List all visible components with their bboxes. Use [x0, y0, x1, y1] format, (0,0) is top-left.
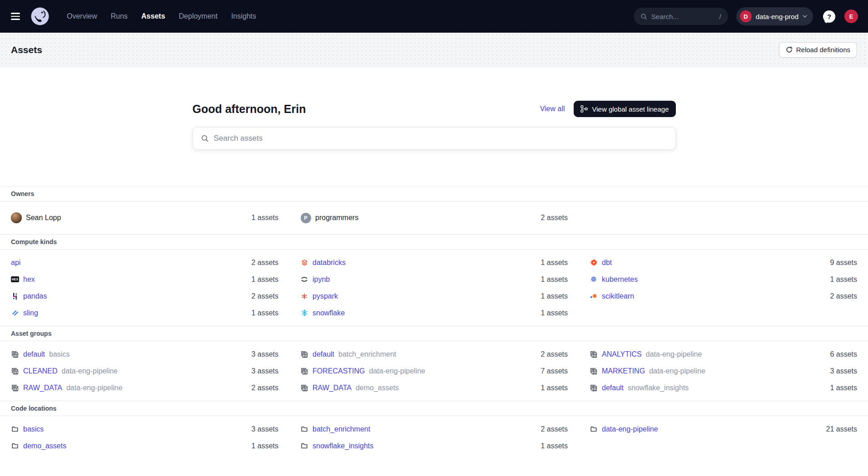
compute-kind-row: ☸kubernetes1 assets [590, 271, 857, 288]
asset-group-row: RAW_DATA demo_assets1 assets [300, 379, 568, 396]
asset-group-link[interactable]: ANALYTICS [602, 350, 642, 358]
view-global-asset-lineage-button[interactable]: View global asset lineage [574, 101, 675, 117]
search-icon [640, 13, 647, 20]
asset-count: 1 assets [251, 275, 278, 284]
compute-kind-link[interactable]: hex [23, 275, 35, 284]
nav-item-assets[interactable]: Assets [135, 9, 171, 24]
asset-count: 1 assets [251, 214, 278, 222]
asset-group-link[interactable]: RAW_DATA [312, 384, 352, 392]
asset-group-icon [300, 368, 308, 375]
nav-item-runs[interactable]: Runs [105, 9, 134, 24]
hex-icon: HEX [11, 276, 19, 282]
asset-count: 2 assets [541, 425, 568, 433]
asset-count: 6 assets [830, 350, 857, 358]
asset-group-icon [11, 368, 19, 375]
asset-search-box[interactable] [193, 127, 676, 150]
nav-item-insights[interactable]: Insights [225, 9, 262, 24]
compute-kind-link[interactable]: pandas [23, 292, 47, 300]
asset-group-link[interactable]: FORECASTING [312, 367, 365, 375]
folder-icon [300, 426, 308, 432]
asset-count: 1 assets [541, 275, 568, 284]
user-avatar[interactable]: E [844, 10, 858, 23]
asset-group-link[interactable]: MARKETING [602, 367, 645, 375]
asset-search-input[interactable] [214, 134, 668, 143]
top-navigation-bar: OverviewRunsAssetsDeploymentInsights / D… [0, 0, 868, 33]
owners-grid: Sean Lopp1 assets Pprogrammers2 assets [0, 201, 868, 234]
asset-group-icon [300, 351, 308, 358]
nav-item-deployment[interactable]: Deployment [173, 9, 223, 24]
menu-icon[interactable] [7, 8, 24, 25]
code-location-link[interactable]: batch_enrichment [312, 425, 370, 433]
asset-count: 3 assets [251, 350, 278, 358]
dagster-logo[interactable] [31, 7, 49, 25]
code-location-row: snowflake_insights1 assets [300, 437, 568, 454]
view-all-link[interactable]: View all [540, 105, 565, 113]
dbt-icon [590, 259, 598, 266]
nav-item-overview[interactable]: Overview [61, 9, 103, 24]
page-title: Assets [11, 44, 42, 55]
reload-definitions-button[interactable]: Reload definitions [779, 42, 857, 58]
code-locations-grid: basics3 assets batch_enrichment2 assets … [0, 416, 868, 459]
asset-group-link[interactable]: default [312, 350, 334, 358]
compute-kind-row: pyspark1 assets [300, 288, 568, 304]
sling-icon [11, 309, 19, 316]
compute-kind-link[interactable]: snowflake [312, 309, 345, 317]
asset-group-row: CLEANED data-eng-pipeline3 assets [11, 363, 278, 379]
compute-kind-link[interactable]: api [11, 259, 20, 267]
owner-row: Sean Lopp1 assets [11, 206, 278, 230]
primary-nav: OverviewRunsAssetsDeploymentInsights [61, 9, 262, 24]
reload-icon [786, 46, 793, 53]
asset-count: 1 assets [830, 384, 857, 392]
compute-kind-row: dbt9 assets [590, 254, 857, 271]
folder-icon [11, 442, 19, 449]
asset-count: 1 assets [541, 292, 568, 300]
asset-group-location: data-eng-pipeline [66, 384, 123, 392]
owner-name: Sean Lopp [26, 214, 61, 222]
code-location-link[interactable]: demo_assets [23, 442, 66, 450]
global-search[interactable]: / [634, 8, 728, 25]
code-location-row: batch_enrichment2 assets [300, 421, 568, 437]
section-owners: Owners Sean Lopp1 assets Pprogrammers2 a… [0, 186, 868, 234]
compute-kind-link[interactable]: sling [23, 309, 38, 317]
asset-group-link[interactable]: default [602, 384, 624, 392]
asset-count: 1 assets [541, 384, 568, 392]
code-location-link[interactable]: basics [23, 425, 44, 433]
asset-count: 2 assets [251, 259, 278, 267]
dagster-logo-icon [31, 7, 49, 25]
ipynb-icon [300, 276, 308, 282]
compute-kind-link[interactable]: pyspark [312, 292, 338, 300]
compute-kind-link[interactable]: databricks [312, 259, 346, 267]
compute-kind-link[interactable]: kubernetes [602, 275, 638, 284]
asset-group-link[interactable]: RAW_DATA [23, 384, 62, 392]
global-search-input[interactable] [651, 13, 715, 20]
search-shortcut-hint: / [719, 13, 721, 20]
lineage-icon [580, 105, 588, 113]
deployment-switcher[interactable]: D data-eng-prod [736, 7, 813, 25]
hero-section: Good afternoon, Erin View all View globa… [193, 101, 676, 150]
help-icon[interactable]: ? [823, 10, 835, 23]
asset-group-link[interactable]: default [23, 350, 45, 358]
asset-count: 1 assets [541, 259, 568, 267]
asset-group-link[interactable]: CLEANED [23, 367, 58, 375]
compute-kind-link[interactable]: scikitlearn [602, 292, 634, 300]
scikitlearn-icon [590, 293, 598, 299]
page-header: Assets Reload definitions [0, 33, 868, 67]
compute-kind-link[interactable]: ipynb [312, 275, 330, 284]
code-location-link[interactable]: snowflake_insights [312, 442, 373, 450]
asset-group-location: basics [49, 350, 69, 358]
compute-kind-link[interactable]: dbt [602, 259, 612, 267]
asset-group-location: data-eng-pipeline [369, 367, 426, 375]
section-header-compute-kinds: Compute kinds [0, 234, 868, 250]
asset-group-row: MARKETING data-eng-pipeline3 assets [590, 363, 857, 379]
kubernetes-icon: ☸ [590, 276, 598, 283]
section-compute-kinds: Compute kinds api2 assets databricks1 as… [0, 234, 868, 326]
compute-kind-row: ipynb1 assets [300, 271, 568, 288]
compute-kind-row: api2 assets [11, 254, 278, 271]
pyspark-icon [300, 293, 308, 299]
asset-group-icon [590, 368, 598, 375]
folder-icon [590, 426, 598, 432]
code-location-link[interactable]: data-eng-pipeline [602, 425, 658, 433]
compute-kind-row: databricks1 assets [300, 254, 568, 271]
search-icon [201, 134, 209, 142]
asset-group-row: RAW_DATA data-eng-pipeline2 assets [11, 379, 278, 396]
